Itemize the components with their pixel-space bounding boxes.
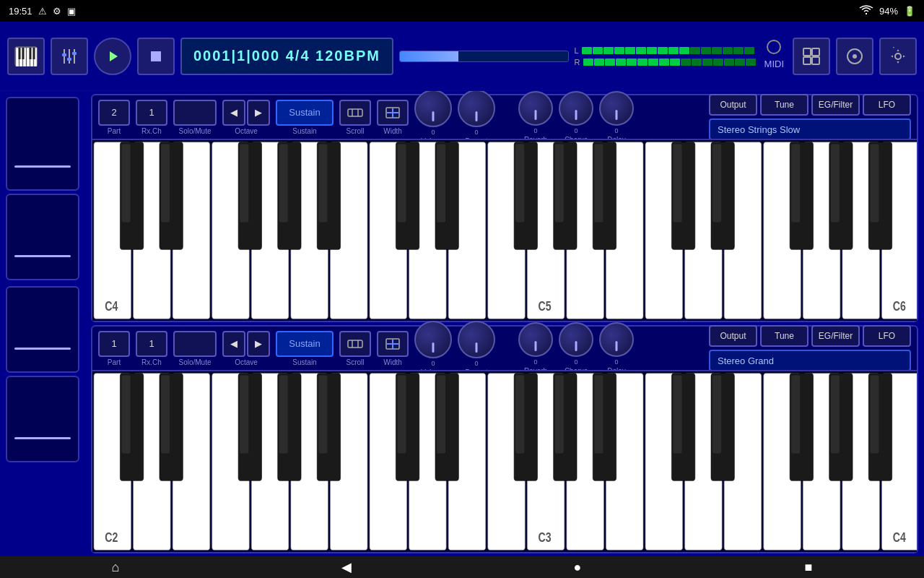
stop-button[interactable] (137, 38, 175, 75)
tune-button-2[interactable]: Tune (760, 325, 808, 347)
piano-mode-button[interactable] (7, 38, 45, 75)
delay-knob-2[interactable] (599, 322, 634, 357)
egfilter-button-2[interactable]: EG/Filter (811, 325, 860, 347)
svg-rect-10 (33, 48, 35, 59)
delay-value-2: 0 (614, 358, 618, 366)
meter-bar (681, 59, 691, 66)
output-button-2[interactable]: Output (709, 325, 757, 347)
svg-rect-138 (673, 375, 681, 453)
meter-bar (702, 59, 712, 66)
delay-group-1: 0 Delay (599, 91, 634, 144)
svg-rect-75 (515, 144, 524, 222)
content-area: 2 Part 1 Rx.Ch Solo/Mute ◀ ▶ (0, 91, 924, 556)
sidebar-pad-top-2[interactable] (6, 286, 79, 373)
square-button[interactable]: ■ (787, 556, 830, 578)
progress-bar[interactable] (399, 51, 569, 62)
rxch-button-1[interactable]: 1 (136, 100, 167, 126)
sidebar-pad-top-1[interactable] (6, 97, 79, 191)
octave-up-button-2[interactable]: ▶ (247, 331, 270, 357)
ctrl-buttons-2: Output Tune EG/Filter LFO (709, 325, 911, 347)
meter-bar (679, 47, 689, 54)
piano-keys-2[interactable]: C2 C3 C4 (92, 371, 917, 552)
svg-point-25 (895, 53, 901, 59)
status-left: 19:51 ⚠ ⚙ ▣ (9, 6, 76, 17)
instrument-name-2: Stereo Grand (709, 350, 911, 371)
circle-button[interactable]: ● (556, 556, 599, 578)
part-button-2[interactable]: 1 (98, 331, 130, 357)
output-button-1[interactable]: Output (709, 94, 757, 116)
svg-rect-131 (279, 375, 288, 453)
octave-down-button-2[interactable]: ◀ (222, 331, 245, 357)
solomute-button-2[interactable] (173, 331, 217, 357)
lfo-button-2[interactable]: LFO (863, 325, 911, 347)
meter-bar (746, 59, 756, 66)
meter-bar (690, 47, 700, 54)
svg-text:C2: C2 (105, 530, 118, 545)
volume-knob-2[interactable] (414, 321, 452, 358)
panpot-value-1: 0 (474, 129, 478, 136)
keyboard-1[interactable]: /* keys rendered below */ (92, 139, 917, 321)
status-bar: 19:51 ⚠ ⚙ ▣ 94% 🔋 (0, 0, 924, 22)
chorus-knob-1[interactable] (559, 91, 593, 126)
meter-bar (625, 47, 635, 54)
svg-text:C3: C3 (539, 530, 552, 545)
sustain-button-1[interactable]: Sustain (276, 100, 334, 126)
meter-bar (658, 47, 668, 54)
width-button-1[interactable] (377, 100, 409, 126)
scroll-group-2: Scroll (339, 331, 371, 366)
panpot-knob-1[interactable] (458, 91, 495, 127)
sidebar-pad-bottom-1[interactable] (6, 194, 79, 280)
svg-rect-86 (348, 340, 362, 348)
scroll-button-2[interactable] (339, 331, 371, 357)
battery-indicator: ▣ (67, 6, 76, 17)
r-label: R (575, 58, 580, 66)
pad-line (14, 255, 71, 257)
width-button-2[interactable] (377, 331, 409, 357)
meter-bar (583, 59, 593, 66)
lfo-button-1[interactable]: LFO (863, 94, 911, 116)
reverb-knob-1[interactable] (518, 91, 553, 126)
svg-rect-78 (673, 144, 681, 222)
part-label-2: Part (108, 358, 121, 366)
fader-mode-button[interactable] (51, 38, 88, 75)
part-button-1[interactable]: 2 (98, 100, 130, 126)
octave-down-button-1[interactable]: ◀ (222, 100, 245, 126)
circle-settings-button[interactable] (836, 38, 873, 75)
meter-bar (603, 47, 614, 54)
sustain-group-2: Sustain Sustain (276, 331, 334, 366)
part-group-1: 2 Part (98, 100, 130, 135)
svg-rect-74 (437, 144, 445, 222)
solomute-button-1[interactable] (173, 100, 217, 126)
reverb-value-2: 0 (533, 358, 537, 366)
settings-icon[interactable]: ⚙ (53, 6, 61, 17)
reverb-knob-2[interactable] (518, 322, 553, 357)
rxch-button-2[interactable]: 1 (136, 331, 167, 357)
volume-knob-1[interactable] (414, 91, 452, 127)
tune-button-1[interactable]: Tune (760, 94, 808, 116)
svg-marker-17 (110, 51, 118, 61)
home-button[interactable]: ⌂ (94, 556, 137, 578)
panpot-knob-2[interactable] (458, 321, 495, 358)
grid-button[interactable] (793, 38, 830, 75)
sidebar-pad-bottom-2[interactable] (6, 376, 79, 462)
delay-knob-1[interactable] (599, 91, 634, 126)
svg-rect-136 (555, 375, 564, 453)
play-button[interactable] (94, 38, 131, 75)
egfilter-button-1[interactable]: EG/Filter (811, 94, 860, 116)
svg-text:C4: C4 (105, 298, 118, 314)
keyboard-2[interactable]: C2 C3 C4 (92, 370, 917, 552)
svg-rect-71 (279, 144, 288, 222)
sustain-button-2[interactable]: Sustain (276, 331, 334, 357)
chorus-knob-2[interactable] (559, 322, 593, 357)
part-label-1: Part (108, 127, 121, 135)
back-button[interactable]: ◀ (325, 556, 368, 578)
piano-keys-1[interactable]: /* keys rendered below */ (92, 140, 917, 321)
width-label-2: Width (383, 358, 402, 366)
gear-button[interactable] (879, 38, 917, 75)
progress-bar-container[interactable] (399, 38, 569, 75)
transport-display[interactable]: 0001|1|000 4/4 120BPM (180, 38, 393, 75)
scroll-label-1: Scroll (346, 127, 364, 135)
svg-rect-77 (594, 144, 603, 222)
octave-up-button-1[interactable]: ▶ (247, 100, 270, 126)
scroll-button-1[interactable] (339, 100, 371, 126)
